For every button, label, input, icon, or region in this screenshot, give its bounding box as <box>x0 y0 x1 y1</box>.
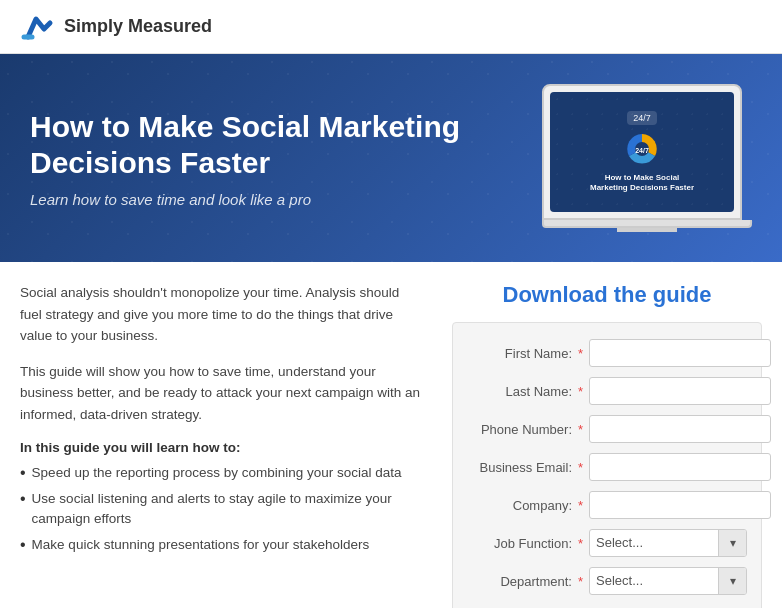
bullet-icon: • <box>20 489 26 508</box>
hero-text-block: How to Make Social Marketing Decisions F… <box>30 109 522 208</box>
screen-title: How to Make Social Marketing Decisions F… <box>590 173 694 194</box>
form-row-job-function: Job Function: * Select... ▾ <box>467 529 747 557</box>
form-row-email: Business Email: * <box>467 453 747 481</box>
form-row-last-name: Last Name: * <box>467 377 747 405</box>
select-department-value: Select... <box>590 567 718 595</box>
form-container: First Name: * Last Name: * Phone Number:… <box>452 322 762 608</box>
hero-image: 24/7 24/7 How to Make Social Marketing D… <box>542 84 752 232</box>
bullet-text-2: Use social listening and alerts to stay … <box>32 489 422 530</box>
form-title: Download the guide <box>452 282 762 308</box>
learn-heading: In this guide you will learn how to: <box>20 440 422 455</box>
select-job-function-value: Select... <box>590 529 718 557</box>
form-row-company: Company: * <box>467 491 747 519</box>
required-email: * <box>578 460 583 475</box>
bullet-icon: • <box>20 535 26 554</box>
list-item: • Speed up the reporting process by comb… <box>20 463 422 483</box>
bullet-text-3: Make quick stunning presentations for yo… <box>32 535 370 555</box>
label-job-function: Job Function: <box>467 536 572 551</box>
left-content: Social analysis shouldn't monopolize you… <box>20 282 422 562</box>
required-phone: * <box>578 422 583 437</box>
download-form: Download the guide First Name: * Last Na… <box>452 282 762 608</box>
hero-subtitle: Learn how to save time and look like a p… <box>30 191 522 208</box>
simply-measured-logo-icon <box>20 9 56 45</box>
svg-text:24/7: 24/7 <box>635 147 649 154</box>
required-company: * <box>578 498 583 513</box>
bullet-list: • Speed up the reporting process by comb… <box>20 463 422 556</box>
screen-badge: 24/7 <box>627 111 657 125</box>
label-email: Business Email: <box>467 460 572 475</box>
required-first-name: * <box>578 346 583 361</box>
input-company[interactable] <box>589 491 771 519</box>
screen-pie-chart: 24/7 <box>622 129 662 169</box>
form-row-department: Department: * Select... ▾ <box>467 567 747 595</box>
chevron-down-icon[interactable]: ▾ <box>718 567 746 595</box>
header: Simply Measured <box>0 0 782 54</box>
logo-text: Simply Measured <box>64 16 212 37</box>
form-row-phone: Phone Number: * <box>467 415 747 443</box>
label-department: Department: <box>467 574 572 589</box>
required-department: * <box>578 574 583 589</box>
select-job-function[interactable]: Select... ▾ <box>589 529 747 557</box>
label-phone: Phone Number: <box>467 422 572 437</box>
required-last-name: * <box>578 384 583 399</box>
paragraph-1: Social analysis shouldn't monopolize you… <box>20 282 422 347</box>
logo[interactable]: Simply Measured <box>20 9 212 45</box>
input-email[interactable] <box>589 453 771 481</box>
hero-title: How to Make Social Marketing Decisions F… <box>30 109 522 181</box>
hero-banner: How to Make Social Marketing Decisions F… <box>0 54 782 262</box>
bullet-icon: • <box>20 463 26 482</box>
laptop-graphic: 24/7 24/7 How to Make Social Marketing D… <box>542 84 752 232</box>
list-item: • Use social listening and alerts to sta… <box>20 489 422 530</box>
paragraph-2: This guide will show you how to save tim… <box>20 361 422 426</box>
select-department[interactable]: Select... ▾ <box>589 567 747 595</box>
label-last-name: Last Name: <box>467 384 572 399</box>
label-company: Company: <box>467 498 572 513</box>
main-content: Social analysis shouldn't monopolize you… <box>0 262 782 608</box>
form-row-first-name: First Name: * <box>467 339 747 367</box>
chevron-down-icon[interactable]: ▾ <box>718 529 746 557</box>
input-last-name[interactable] <box>589 377 771 405</box>
bullet-text-1: Speed up the reporting process by combin… <box>32 463 402 483</box>
input-first-name[interactable] <box>589 339 771 367</box>
list-item: • Make quick stunning presentations for … <box>20 535 422 555</box>
label-first-name: First Name: <box>467 346 572 361</box>
input-phone[interactable] <box>589 415 771 443</box>
required-job-function: * <box>578 536 583 551</box>
